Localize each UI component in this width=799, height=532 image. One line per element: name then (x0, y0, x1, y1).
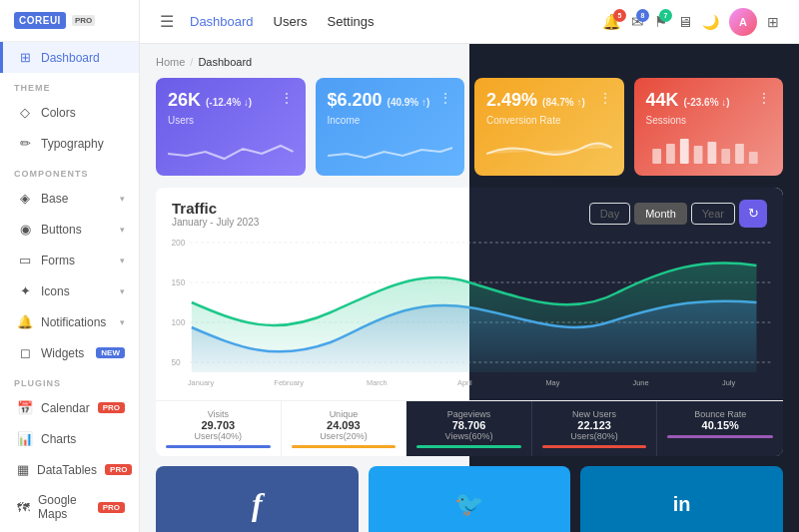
sidebar-item-label: Forms (41, 254, 75, 267)
stat-menu-icon[interactable]: ⋮ (598, 90, 612, 106)
sidebar-item-widgets[interactable]: ◻ Widgets NEW (0, 337, 139, 368)
sidebar-item-label: Buttons (41, 223, 82, 237)
stat-label: Users (168, 115, 252, 126)
sidebar-item-notifications[interactable]: 🔔 Notifications ▾ (0, 306, 139, 337)
notification-count-badge: 5 (613, 9, 626, 22)
nav-settings[interactable]: Settings (328, 14, 375, 29)
stat-card-users: 26K (-12.4% ↓) Users ⋮ (156, 78, 306, 176)
stat-newusers: New Users 22.123 Users(80%) (532, 401, 658, 456)
notification-bell-icon[interactable]: 🔔 5 (602, 13, 621, 31)
stat-change: (84.7% ↑) (542, 97, 585, 108)
chevron-icon: ▾ (120, 194, 125, 204)
svg-rect-2 (679, 139, 688, 164)
stat-newusers-bar (542, 445, 647, 448)
sidebar-item-icons[interactable]: ✦ Icons ▾ (0, 275, 139, 306)
logo-pro-badge: PRO (72, 15, 95, 26)
grid-icon[interactable]: ⊞ (767, 14, 779, 30)
nav-dashboard[interactable]: Dashboard (190, 14, 254, 29)
traffic-title-block: Traffic January - July 2023 (172, 200, 259, 228)
stat-visits: Visits 29.703 Users(40%) (156, 401, 282, 456)
user-avatar[interactable]: A (729, 8, 757, 36)
stat-pageviews-label: Pageviews (416, 409, 521, 419)
hamburger-icon[interactable]: ☰ (160, 12, 174, 31)
stat-pageviews-sub: Views(60%) (416, 431, 521, 441)
social-cards-grid: f 🐦 in (156, 466, 783, 532)
stat-menu-icon[interactable]: ⋮ (280, 90, 294, 106)
svg-text:May: May (545, 377, 559, 386)
breadcrumb-home[interactable]: Home (156, 56, 185, 68)
moon-icon[interactable]: 🌙 (702, 14, 719, 30)
sidebar-item-forms[interactable]: ▭ Forms ▾ (0, 245, 139, 275)
stat-card-header: 2.49% (84.7% ↑) Conversion Rate ⋮ (486, 90, 612, 126)
stat-pageviews-bar (416, 445, 521, 448)
breadcrumb: Home / Dashboard (156, 56, 783, 68)
stat-chart-sparkline (168, 134, 294, 164)
topbar-left: ☰ Dashboard Users Settings (160, 12, 375, 31)
stat-bouncerate-value: 40.15% (667, 419, 773, 431)
stat-label: Income (328, 115, 430, 126)
stat-menu-icon[interactable]: ⋮ (757, 90, 771, 106)
svg-text:February: February (274, 377, 304, 386)
time-btn-day[interactable]: Day (589, 203, 631, 225)
svg-rect-6 (735, 144, 744, 164)
stat-info: $6.200 (40.9% ↑) Income (328, 90, 430, 126)
widgets-icon: ◻ (17, 345, 33, 360)
sidebar: COREUI PRO ⊞ Dashboard THEME ◇ Colors ✏ … (0, 0, 140, 532)
sidebar-item-calendar[interactable]: 📅 Calendar PRO (0, 392, 139, 423)
stat-value: 26K (-12.4% ↓) (168, 90, 252, 112)
sidebar-section-plugins: PLUGINS (0, 368, 139, 392)
social-card-twitter[interactable]: 🐦 (369, 466, 571, 532)
chart-refresh-button[interactable]: ↻ (739, 200, 767, 228)
social-card-linkedin[interactable]: in (580, 466, 783, 532)
sidebar-item-base[interactable]: ◈ Base ▾ (0, 183, 139, 214)
traffic-inner: Traffic January - July 2023 Day Month Ye… (156, 188, 783, 456)
chevron-icon: ▾ (120, 225, 125, 235)
stat-value: 44K (-23.6% ↓) (646, 90, 730, 112)
stat-unique-label: Unique (292, 409, 397, 419)
topbar: ☰ Dashboard Users Settings 🔔 5 ✉ 8 ⚑ 7 🖥… (140, 0, 799, 44)
chevron-icon: ▾ (120, 286, 125, 296)
sidebar-item-datatables[interactable]: ▦ DataTables PRO (0, 454, 139, 485)
traffic-chart-block: Traffic January - July 2023 Day Month Ye… (156, 188, 783, 456)
monitor-icon[interactable]: 🖥 (677, 13, 692, 30)
sidebar-item-googlemaps[interactable]: 🗺 Google Maps PRO (0, 485, 139, 529)
stat-chart-sparkline (328, 134, 453, 164)
breadcrumb-current: Dashboard (198, 56, 252, 68)
dashboard-icon: ⊞ (17, 50, 33, 65)
sidebar-item-label: Calendar (41, 401, 90, 415)
base-icon: ◈ (17, 191, 33, 206)
stat-card-conversion: 2.49% (84.7% ↑) Conversion Rate ⋮ (474, 78, 624, 176)
notification-envelope-icon[interactable]: ✉ 8 (631, 13, 644, 31)
stat-card-income: $6.200 (40.9% ↑) Income ⋮ (316, 78, 465, 176)
stat-newusers-value: 22.123 (542, 419, 647, 431)
nav-users[interactable]: Users (274, 14, 308, 29)
svg-rect-1 (666, 144, 675, 164)
stat-info: 2.49% (84.7% ↑) Conversion Rate (486, 90, 585, 126)
stat-menu-icon[interactable]: ⋮ (438, 90, 452, 106)
logo: COREUI PRO (0, 0, 139, 42)
sidebar-item-charts[interactable]: 📊 Charts (0, 423, 139, 454)
stat-visits-label: Visits (166, 409, 271, 419)
notification-flag-icon[interactable]: ⚑ 7 (654, 13, 667, 31)
time-btn-month[interactable]: Month (634, 203, 687, 225)
logo-name: COREUI (14, 12, 66, 29)
stat-bouncerate-bar (667, 435, 773, 438)
sidebar-item-typography[interactable]: ✏ Typography (0, 128, 139, 159)
traffic-controls: Day Month Year ↻ (589, 200, 767, 228)
svg-text:January: January (188, 377, 214, 386)
stat-visits-sub: Users(40%) (166, 431, 271, 441)
svg-text:150: 150 (171, 276, 185, 286)
sidebar-item-colors[interactable]: ◇ Colors (0, 97, 139, 128)
social-card-facebook[interactable]: f (156, 466, 359, 532)
sidebar-section-components: COMPONENTS (0, 159, 139, 183)
time-btn-year[interactable]: Year (691, 203, 735, 225)
sidebar-item-dashboard[interactable]: ⊞ Dashboard (0, 42, 139, 73)
svg-text:July: July (722, 377, 735, 386)
svg-text:June: June (633, 377, 649, 386)
sidebar-item-label: Colors (41, 106, 76, 120)
svg-rect-0 (652, 149, 661, 164)
new-badge: NEW (96, 347, 125, 358)
svg-rect-3 (693, 146, 702, 164)
sidebar-item-buttons[interactable]: ◉ Buttons ▾ (0, 214, 139, 245)
chevron-icon: ▾ (120, 317, 125, 327)
